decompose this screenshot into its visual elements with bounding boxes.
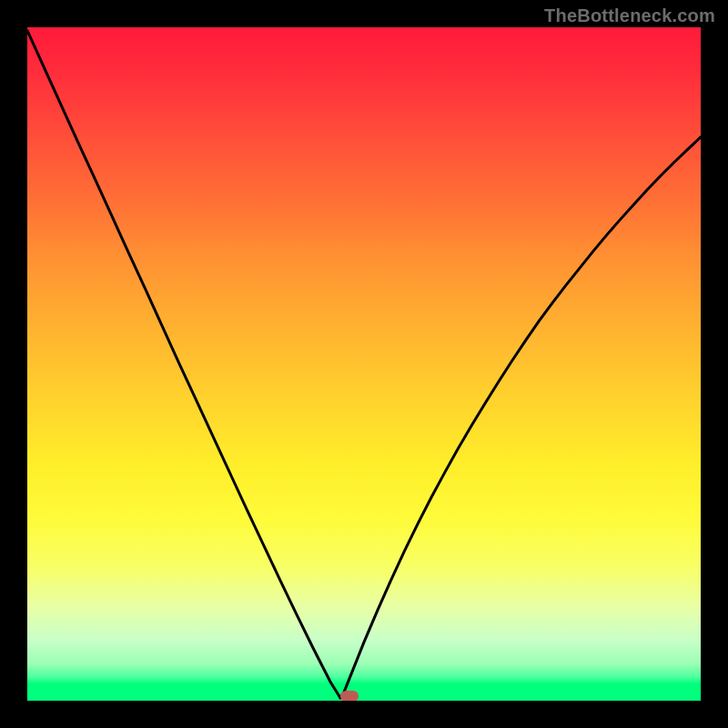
- chart-plot-area: [27, 27, 701, 701]
- curve-left-branch: [27, 31, 340, 698]
- curve-svg: [27, 27, 701, 701]
- curve-right-branch: [340, 137, 701, 698]
- minimum-marker: [340, 691, 359, 701]
- watermark-label: TheBottleneck.com: [544, 5, 715, 26]
